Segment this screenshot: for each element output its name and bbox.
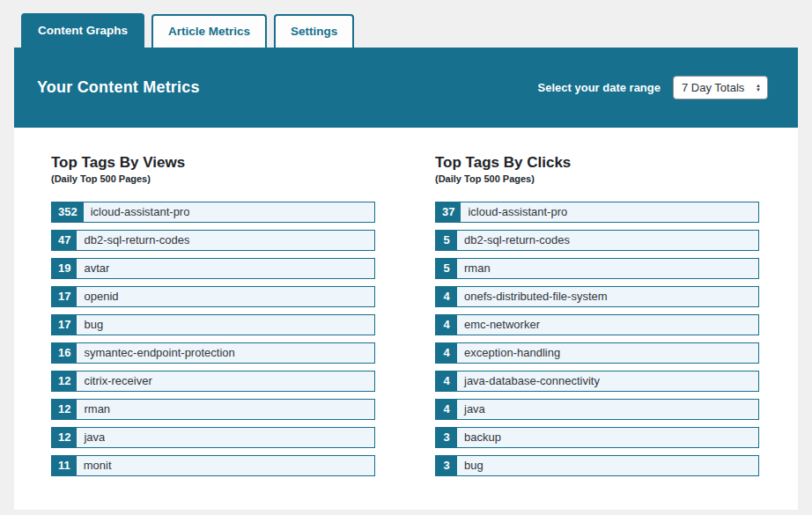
arrow-down-glyph: ▼	[756, 88, 761, 92]
tags-column: Top Tags By Clicks(Daily Top 500 Pages)3…	[435, 154, 759, 483]
tag-count-badge: 37	[436, 202, 461, 222]
tag-count-badge: 5	[436, 231, 457, 250]
tag-count-badge: 17	[52, 315, 77, 335]
tag-count-badge: 4	[436, 372, 457, 391]
tag-row: 4java	[435, 399, 759, 420]
tag-count-badge: 352	[52, 202, 84, 222]
tab-content-graphs[interactable]: Content Graphs	[21, 13, 144, 48]
tag-count-badge: 47	[52, 231, 77, 250]
tag-row: 3backup	[435, 427, 759, 448]
tag-row: 12rman	[51, 399, 375, 420]
tag-label: monit	[77, 456, 112, 475]
tag-row: 5db2-sql-return-codes	[435, 230, 759, 251]
tag-label: java	[457, 400, 485, 419]
tag-label: db2-sql-return-codes	[77, 231, 189, 250]
tag-row: 4java-database-connectivity	[435, 371, 759, 392]
tag-count-badge: 12	[52, 400, 77, 419]
tag-label: java	[77, 428, 105, 447]
tag-label: bug	[77, 315, 103, 335]
tag-row: 4emc-networker	[435, 314, 759, 335]
date-range-select[interactable]: 7 Day Totals ▲ ▼	[673, 76, 768, 99]
tab-settings[interactable]: Settings	[274, 14, 354, 48]
tag-count-badge: 11	[52, 456, 77, 475]
tag-label: emc-networker	[457, 315, 540, 335]
tag-label: backup	[457, 428, 501, 447]
tags-column: Top Tags By Views(Daily Top 500 Pages)35…	[51, 154, 375, 483]
tag-count-badge: 12	[52, 428, 77, 447]
tag-row: 352icloud-assistant-pro	[51, 202, 375, 223]
tag-label: avtar	[77, 259, 109, 278]
date-range-value: 7 Day Totals	[682, 81, 744, 94]
tag-label: openid	[77, 287, 118, 306]
tag-label: rman	[457, 259, 491, 278]
tab-bar: Content GraphsArticle MetricsSettings	[0, 0, 812, 48]
select-arrows-icon: ▲ ▼	[756, 84, 761, 92]
tag-row: 17openid	[51, 286, 375, 307]
tag-row: 4exception-handling	[435, 342, 759, 364]
date-range-label: Select your date range	[538, 81, 661, 94]
tag-count-badge: 5	[436, 259, 457, 278]
page-title: Your Content Metrics	[37, 78, 200, 97]
panel-header: Your Content Metrics Select your date ra…	[14, 48, 798, 128]
column-subtitle: (Daily Top 500 Pages)	[51, 173, 375, 184]
tag-row: 17bug	[51, 314, 375, 335]
panel-body: Top Tags By Views(Daily Top 500 Pages)35…	[14, 128, 798, 510]
tag-label: exception-handling	[457, 343, 560, 363]
date-range-control: Select your date range 7 Day Totals ▲ ▼	[538, 76, 768, 99]
tag-row: 5rman	[435, 258, 759, 279]
tag-row: 3bug	[435, 455, 759, 476]
tag-row: 16symantec-endpoint-protection	[51, 342, 375, 364]
tag-row: 11monit	[51, 455, 375, 476]
tag-label: icloud-assistant-pro	[461, 202, 567, 222]
tag-label: icloud-assistant-pro	[84, 202, 190, 222]
tag-label: rman	[77, 400, 110, 419]
column-title: Top Tags By Views	[51, 154, 375, 172]
tag-count-badge: 19	[52, 259, 77, 278]
tag-count-badge: 17	[52, 287, 77, 306]
tag-label: citrix-receiver	[77, 372, 151, 391]
tab-article-metrics[interactable]: Article Metrics	[151, 14, 267, 48]
tag-row: 12citrix-receiver	[51, 371, 375, 392]
tag-count-badge: 3	[436, 428, 457, 447]
tag-row: 19avtar	[51, 258, 375, 279]
metrics-panel: Your Content Metrics Select your date ra…	[14, 48, 798, 510]
tag-count-badge: 4	[436, 287, 457, 306]
tag-count-badge: 3	[436, 456, 457, 475]
tag-row: 4onefs-distributed-file-system	[435, 286, 759, 307]
tag-count-badge: 16	[52, 343, 77, 363]
tag-count-badge: 4	[436, 400, 457, 419]
tag-row: 12java	[51, 427, 375, 448]
tag-label: db2-sql-return-codes	[457, 231, 570, 250]
tag-count-badge: 4	[436, 343, 457, 363]
tag-row: 37icloud-assistant-pro	[435, 202, 759, 223]
content-metrics-page: Content GraphsArticle MetricsSettings Yo…	[0, 0, 812, 515]
tag-label: onefs-distributed-file-system	[457, 287, 608, 306]
tag-label: symantec-endpoint-protection	[77, 343, 234, 363]
tag-count-badge: 12	[52, 372, 77, 391]
column-subtitle: (Daily Top 500 Pages)	[435, 173, 759, 184]
tag-label: bug	[457, 456, 484, 475]
tag-label: java-database-connectivity	[457, 372, 600, 391]
column-title: Top Tags By Clicks	[435, 154, 759, 172]
tag-row: 47db2-sql-return-codes	[51, 230, 375, 251]
tag-count-badge: 4	[436, 315, 457, 335]
